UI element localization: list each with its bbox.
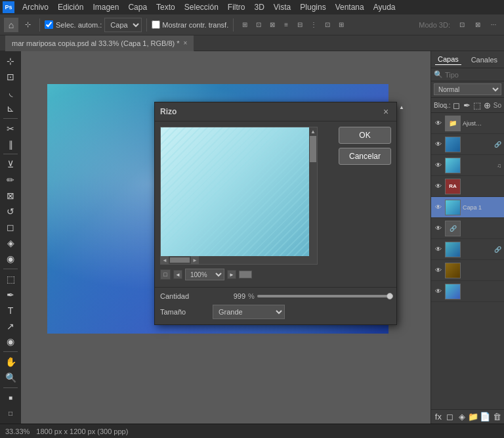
tamano-label: Tamaño [160, 308, 213, 316]
hscroll-thumb[interactable] [170, 257, 190, 263]
hscroll-left-arrow[interactable]: ◄ [161, 256, 169, 264]
cantidad-slider-up-arrow[interactable]: ▲ [398, 102, 406, 112]
preview-area: ▲ ◄ ► □ ◄ 100% [160, 127, 333, 282]
cantidad-slider-thumb[interactable] [387, 293, 393, 299]
cancel-button[interactable]: Cancelar [339, 148, 391, 165]
preview-nav-thumb[interactable] [239, 271, 252, 278]
dialog-overlay: Rizo × ▲ ◄ [0, 0, 504, 438]
preview-artwork [161, 127, 317, 264]
preview-zoom-select[interactable]: 100% [185, 269, 224, 280]
dialog-params: Cantidad 999 % ▲ Tamaño Grande Mediano P… [155, 287, 396, 324]
cantidad-slider-fill [257, 295, 390, 297]
preview-nav-right[interactable]: ► [227, 270, 236, 279]
vscroll-up-arrow[interactable]: ▲ [310, 129, 316, 135]
preview-hscroll[interactable]: ◄ ► [161, 256, 309, 264]
preview-ctrl-square[interactable]: □ [160, 269, 171, 280]
dialog-title: Rizo [160, 107, 177, 116]
preview-vscroll[interactable]: ▲ [309, 127, 317, 264]
dialog-titlebar: Rizo × [155, 102, 396, 121]
cantidad-slider-container [257, 292, 391, 301]
preview-nav-left[interactable]: ◄ [173, 270, 182, 279]
tamano-row: Tamaño Grande Mediano Pequeño [160, 305, 391, 319]
cantidad-unit: % [248, 292, 257, 300]
dialog-buttons: OK Cancelar [339, 127, 391, 282]
ok-button[interactable]: OK [339, 127, 391, 144]
preview-image: ▲ ◄ ► [160, 127, 318, 265]
tamano-select[interactable]: Grande Mediano Pequeño [213, 305, 285, 319]
dialog-close-btn[interactable]: × [381, 106, 391, 117]
hscroll-right-arrow[interactable]: ► [191, 256, 199, 264]
rizo-dialog: Rizo × ▲ ◄ [154, 102, 397, 325]
preview-controls: □ ◄ 100% ► [160, 267, 333, 282]
vscroll-thumb[interactable] [310, 136, 316, 162]
dialog-body: ▲ ◄ ► □ ◄ 100% [155, 121, 396, 287]
cantidad-row: Cantidad 999 % ▲ [160, 292, 391, 301]
cantidad-slider-track [257, 295, 391, 297]
cantidad-value: 999 [213, 292, 245, 300]
cantidad-label: Cantidad [160, 292, 213, 300]
